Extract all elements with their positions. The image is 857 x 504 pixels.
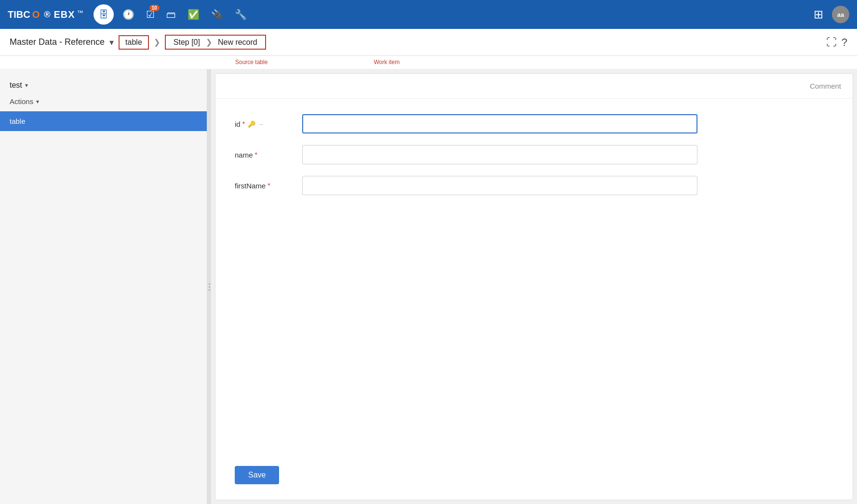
sidebar-item-table[interactable]: table [0,111,207,131]
nav-history-button[interactable]: 🕐 [120,6,137,23]
new-record-label: New record [218,38,257,47]
splitter-dot-1 [209,283,210,285]
data-icon: 🗃 [166,9,176,20]
sidebar-splitter[interactable] [207,69,211,504]
comment-button[interactable]: Comment [810,82,841,90]
sidebar-actions-label: Actions [10,97,33,106]
tasks-badge: 10 [149,5,160,11]
comment-label: Comment [810,82,841,90]
name-field-label: name [235,151,253,159]
sidebar-table-label: table [10,117,26,125]
form-row-name: name * [235,145,833,164]
form-label-firstname: firstName * [235,182,302,190]
save-button[interactable]: Save [235,466,279,484]
firstname-required-indicator: * [268,182,270,189]
main-layout: test ▾ Actions ▾ table Comment [0,69,857,504]
splitter-dot-2 [209,286,210,288]
wrench-icon: 🔧 [235,9,247,20]
sidebar-test-dropdown-icon: ▾ [25,82,28,89]
id-input[interactable] [302,114,697,133]
nav-settings-button[interactable]: 🔧 [232,6,250,23]
source-table-annotation: Source table [235,59,268,66]
breadcrumb-sep-1: ❯ [154,38,160,47]
content-top-bar: Comment [215,74,853,99]
form-label-name: name * [235,151,302,159]
content-area: Comment id * 🔑 → name * [215,73,853,500]
name-input[interactable] [302,145,697,164]
nav-plugin-button[interactable]: 🔌 [208,6,226,23]
name-required-indicator: * [255,151,257,159]
brand-logo: TIBCO® EBX ™ [8,9,84,20]
nav-tasks-button[interactable]: ☑ 10 [143,6,158,23]
firstname-input[interactable] [302,176,697,195]
form-area: id * 🔑 → name * firstName * [215,99,853,466]
module-dropdown-arrow[interactable]: ▾ [109,37,114,48]
step-label: Step [0] [174,38,200,47]
grid-icon: ⊞ [814,8,823,21]
id-required-indicator: * [242,120,245,128]
top-navigation: TIBCO® EBX ™ 🗄 🕐 ☑ 10 🗃 ✅ 🔌 🔧 ⊞ aa [0,0,857,29]
sidebar-test-label: test [10,81,22,90]
nav-check-button[interactable]: ✅ [185,6,202,23]
sidebar-test-row[interactable]: test ▾ [0,77,207,93]
user-avatar-button[interactable]: aa [832,6,849,23]
id-field-label: id [235,120,241,128]
save-label: Save [248,471,266,479]
sidebar-actions-row[interactable]: Actions ▾ [0,93,207,109]
database-icon: 🗄 [99,9,108,20]
id-key-icon: 🔑 [248,120,255,128]
splitter-dot-3 [209,289,210,291]
sub-header: Master Data - Reference ▾ table ❯ Step [… [0,29,857,56]
help-button[interactable]: ? [842,36,847,49]
plug-icon: 🔌 [211,9,223,20]
firstname-field-label: firstName [235,182,266,190]
nav-grid-layout-button[interactable]: ⊞ [811,5,826,24]
breadcrumb-sep-2: ❯ [206,38,212,47]
brand-ebx-label: EBX [54,9,75,20]
fullscreen-icon: ⛶ [826,36,837,48]
form-row-firstname: firstName * [235,176,833,195]
form-label-id: id * 🔑 → [235,120,302,128]
sidebar: test ▾ Actions ▾ table [0,69,207,504]
id-arrow-icon: → [257,120,264,128]
sidebar-actions-dropdown-icon: ▾ [36,98,39,105]
nav-data-button[interactable]: 🗃 [163,6,179,23]
help-icon: ? [842,36,847,48]
fullscreen-button[interactable]: ⛶ [826,36,837,49]
check-icon: ✅ [187,9,200,20]
module-title: Master Data - Reference [10,37,105,47]
avatar-label: aa [837,11,844,18]
form-footer: Save [215,466,853,500]
breadcrumb-table-label: table [125,38,142,46]
form-row-id: id * 🔑 → [235,114,833,133]
clock-icon: 🕐 [122,9,134,20]
work-item-annotation: Work item [374,59,400,66]
nav-database-button[interactable]: 🗄 [94,4,114,25]
breadcrumb-step-box[interactable]: Step [0] ❯ New record [165,35,266,50]
breadcrumb-table-box[interactable]: table [119,35,149,50]
